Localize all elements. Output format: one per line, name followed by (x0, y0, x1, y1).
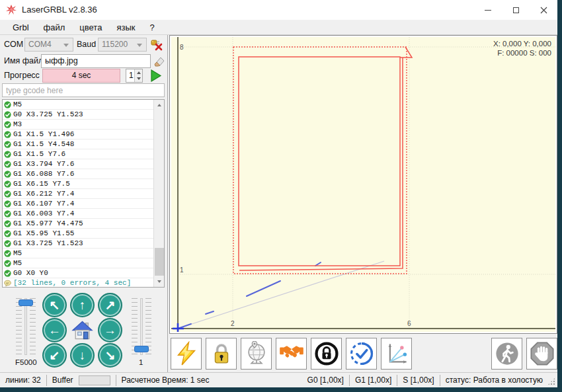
slider-thumb[interactable] (134, 346, 149, 352)
ok-check-icon (4, 171, 11, 178)
s-override-value: S [1,00x] (403, 375, 434, 385)
baud-select[interactable]: 115200 (98, 38, 147, 52)
home-button[interactable] (71, 319, 93, 341)
arrow-up-icon (157, 104, 161, 106)
gcode-line[interactable]: G1 X5.977 Y4.475 (3, 219, 154, 229)
feed-rate-label: F5000 (15, 358, 37, 366)
gcode-line[interactable]: G1 X5.95 Y1.55 (3, 229, 154, 239)
ok-check-icon (4, 240, 11, 247)
maximize-button[interactable] (502, 0, 530, 20)
gcode-line[interactable]: M3 (3, 120, 154, 130)
window-title: LaserGRBL v2.8.36 (22, 5, 97, 15)
menu-item-colors[interactable]: цвета (72, 21, 109, 34)
com-port-select[interactable]: COM4 (24, 38, 73, 52)
override-g0[interactable]: G0 [1,00x] (302, 375, 349, 386)
chevron-down-icon (63, 44, 69, 47)
gcode-line[interactable]: G0 X3.725 Y1.523 (3, 110, 154, 120)
gcode-line[interactable]: G1 X6.15 Y7.5 (3, 179, 154, 189)
ok-check-icon (4, 131, 11, 138)
override-s[interactable]: S [1,00x] (397, 375, 439, 386)
com-label: COM (4, 40, 23, 49)
circle-lock-icon (314, 341, 339, 366)
menu-item-grbl[interactable]: Grbl (5, 21, 36, 34)
job-preview-canvas[interactable]: 8 1 2 6 (171, 37, 555, 332)
gcode-line[interactable]: G1 X1.5 Y7.6 (3, 149, 154, 159)
gcode-line[interactable]: G1 X1.5 Y4.548 (3, 139, 154, 149)
jog-up-button[interactable]: ↑ (70, 293, 95, 317)
gcode-line[interactable]: G1 X6.003 Y7.4 (3, 209, 154, 219)
close-button[interactable] (530, 0, 557, 20)
feed-rate-slider[interactable] (16, 298, 36, 355)
machine-status-value: Работа в холостую (473, 375, 543, 385)
gcode-list[interactable]: M5 G0 X3.725 Y1.523 M3 G1 X1.5 Y1.496 (2, 99, 165, 288)
gcode-line[interactable]: G1 X1.5 Y1.496 (3, 130, 154, 139)
gcode-line[interactable]: M5 (3, 249, 154, 258)
stop-button[interactable] (526, 338, 557, 370)
safety-lock-button[interactable] (311, 338, 342, 370)
gcode-list-scrollbar[interactable] (153, 100, 164, 287)
speed-overrides-button[interactable] (381, 338, 412, 370)
gcode-line[interactable]: M5 (3, 258, 154, 268)
menu-item-help[interactable]: ? (142, 21, 161, 34)
step-size-slider[interactable] (132, 298, 151, 355)
ok-check-icon (4, 151, 11, 158)
override-g1[interactable]: G1 [1,00x] (349, 375, 397, 386)
gcode-text: G1 X6.212 Y7.4 (13, 190, 74, 198)
gcode-command-input[interactable] (2, 83, 165, 97)
material-database-button[interactable] (241, 338, 272, 370)
disconnect-button[interactable] (150, 38, 164, 52)
clear-file-eraser-icon[interactable] (153, 56, 165, 67)
jog-down-left-button[interactable]: ↙ (42, 343, 67, 368)
support-donate-button[interactable] (276, 338, 307, 370)
filename-field[interactable]: ыфф.jpg (41, 54, 151, 68)
jog-up-right-button[interactable]: ↗ (98, 293, 122, 317)
gcode-line[interactable]: G1 X6.107 Y7.4 (3, 199, 154, 209)
jog-down-button[interactable]: ↓ (70, 343, 95, 368)
desktop: LaserGRBL v2.8.36 Grbl файл цвета язык ?… (0, 0, 562, 392)
gcode-line[interactable]: G1 X3.725 Y1.523 (3, 239, 154, 249)
menubar: Grbl файл цвета язык ? (0, 20, 557, 35)
arrow-up-left-icon: ↖ (50, 297, 60, 313)
jog-up-left-button[interactable]: ↖ (42, 293, 67, 317)
spin-down-button[interactable] (134, 75, 142, 82)
time-value: 1 sec (190, 375, 210, 385)
lightning-icon (175, 341, 198, 366)
gcode-line[interactable]: G0 X0 Y0 (3, 268, 154, 278)
scroll-up-button[interactable] (154, 100, 165, 110)
gcode-summary-line[interactable]: [32 lines, 0 errors, 4 sec] (3, 278, 154, 288)
jog-down-right-button[interactable]: ↘ (98, 343, 122, 368)
frame-run-button[interactable] (491, 338, 522, 370)
scroll-down-button[interactable] (154, 276, 165, 287)
gcode-text: G1 X1.5 Y4.548 (13, 140, 74, 148)
gcode-line[interactable]: M5 (3, 100, 154, 110)
unlock-grbl-button[interactable] (206, 338, 237, 370)
focus-laser-button[interactable] (171, 338, 202, 370)
status-buffer: Buffer (46, 375, 116, 386)
arrow-right-icon: → (104, 323, 116, 338)
gcode-text: G1 X3.725 Y1.523 (13, 239, 83, 247)
app-logo-laser-icon (6, 5, 17, 15)
menu-item-file[interactable]: файл (36, 21, 73, 34)
connection-row: COM COM4 Baud 115200 (0, 38, 167, 52)
start-play-button[interactable] (149, 69, 162, 82)
ok-check-icon (4, 230, 11, 237)
time-projection-button[interactable] (346, 338, 377, 370)
scrollbar-thumb[interactable] (155, 248, 164, 276)
menu-item-language[interactable]: язык (109, 21, 142, 34)
machine-status-label: статус: (446, 375, 471, 385)
left-panel: COM COM4 Baud 115200 Имя файла ыфф.jpg П… (0, 35, 168, 372)
arrow-up-right-icon: ↗ (105, 297, 116, 313)
gcode-line[interactable]: G1 X6.088 Y7.6 (3, 169, 154, 179)
jog-right-button[interactable]: → (98, 318, 122, 342)
passes-spinner[interactable]: 1 (126, 69, 143, 83)
baud-label: Baud (77, 40, 96, 49)
progress-label: Прогресс (4, 71, 40, 80)
position-fs: F: 00000 S: 000 (493, 48, 551, 58)
axis-label-x2: 2 (231, 320, 235, 327)
jog-left-button[interactable]: ← (42, 318, 67, 342)
gcode-line[interactable]: G1 X6.212 Y7.4 (3, 189, 154, 199)
slider-thumb[interactable] (19, 299, 33, 306)
minimize-button[interactable] (474, 0, 502, 20)
gcode-line[interactable]: G1 X3.794 Y7.6 (3, 159, 154, 169)
buffer-progress (79, 375, 110, 385)
